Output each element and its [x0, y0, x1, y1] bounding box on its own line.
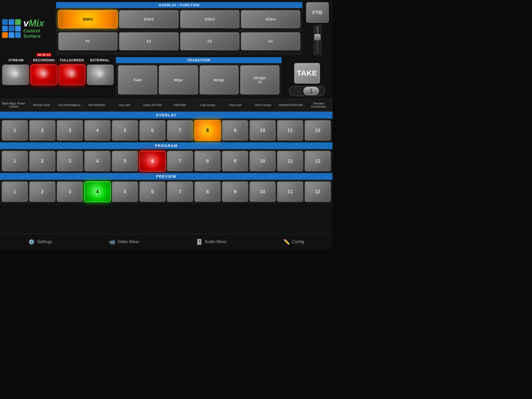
logo-cell-7	[2, 32, 8, 38]
dsk1-button[interactable]: DSK1	[58, 10, 118, 28]
stream-section: STREAM 00:00:14 RECORDING FULLSCREEN EXT…	[2, 57, 114, 97]
program-btn-6[interactable]: 6	[139, 151, 166, 171]
preview-btn-4[interactable]: 4	[84, 181, 111, 202]
external-label: EXTERNAL	[86, 57, 114, 63]
dsk4-button[interactable]: DSK4	[241, 10, 300, 28]
preview-btn-8[interactable]: 8	[194, 181, 221, 202]
take-button[interactable]: TAKE	[294, 63, 320, 84]
recording-button[interactable]	[30, 64, 57, 85]
input-label-10[interactable]: Drum Camera	[249, 99, 277, 111]
stream-button[interactable]	[2, 64, 29, 85]
external-button[interactable]	[87, 64, 114, 85]
fader-handle	[314, 34, 321, 40]
transition-header: TRANSITION	[116, 57, 282, 63]
settings-nav[interactable]: ⚙️ Settings	[23, 237, 57, 247]
preview-btn-6[interactable]: 6	[139, 181, 166, 202]
preview-btn-5[interactable]: 5	[112, 181, 138, 202]
logo-control: Control	[23, 29, 44, 34]
fade-button[interactable]: Fade	[118, 65, 157, 95]
stream-buttons	[2, 63, 114, 97]
merge-button[interactable]: Merge	[200, 65, 239, 95]
overlay-btn-9[interactable]: 9	[222, 120, 248, 141]
logo-cell-3	[15, 19, 21, 25]
ftb-button[interactable]: FTB	[306, 2, 329, 23]
program-btn-5[interactable]: 5	[112, 151, 138, 171]
program-btn-4[interactable]: 4	[84, 151, 111, 171]
logo-cell-8	[9, 32, 14, 38]
audio-mixer-nav[interactable]: 🎚️ Audio Mixer	[191, 237, 232, 247]
input-label-3[interactable]: Live Presentation.p	[55, 99, 83, 111]
input-label-1[interactable]: Black Magic Pocket Camera	[0, 99, 28, 111]
overlay-btn-8[interactable]: 8	[194, 120, 221, 141]
preview-btn-1[interactable]: 1	[2, 181, 28, 202]
preview-btn-12[interactable]: 12	[304, 181, 331, 202]
program-btn-8[interactable]: 8	[194, 151, 221, 171]
overlay-btn-12[interactable]: 12	[304, 120, 331, 141]
input-label-12[interactable]: Transition Commercial.i	[305, 99, 332, 111]
dsk3-button[interactable]: DSK3	[180, 10, 240, 28]
wipe-button[interactable]: Wipe	[159, 65, 198, 95]
input-label-9[interactable]: Outro.mp4	[222, 99, 249, 111]
program-btn-11[interactable]: 11	[277, 151, 303, 171]
master-fader[interactable]	[314, 25, 321, 55]
input-label-11[interactable]: Interview B-Roll.mp4	[277, 99, 305, 111]
video-mixer-nav[interactable]: 📹 Video Mixer	[104, 237, 144, 247]
preview-btn-10[interactable]: 10	[249, 181, 276, 202]
config-nav[interactable]: ✏️ Config	[278, 237, 309, 247]
video-mixer-label: Video Mixer	[117, 240, 139, 244]
f4-button[interactable]: F4	[241, 32, 300, 50]
program-btn-1[interactable]: 1	[2, 151, 28, 171]
audio-mixer-label: Audio Mixer	[205, 240, 227, 244]
input-label-7[interactable]: USB Audio	[166, 99, 194, 111]
preview-header: PREVIEW	[0, 173, 332, 180]
stinger1-button[interactable]: Stinger#1	[240, 65, 280, 95]
f3-button[interactable]: F3	[180, 32, 240, 50]
preview-btn-7[interactable]: 7	[167, 181, 193, 202]
overlay-btn-5[interactable]: 5	[112, 120, 138, 141]
program-btn-10[interactable]: 10	[249, 151, 276, 171]
input-label-2[interactable]: Remote Guest	[28, 99, 56, 111]
program-btn-3[interactable]: 3	[57, 151, 83, 171]
logo-text: vMix Control Surface	[23, 18, 44, 39]
f2-button[interactable]: F2	[119, 32, 178, 50]
input-label-5[interactable]: Intro.mp4	[111, 99, 139, 111]
video-mixer-icon: 📹	[109, 239, 115, 245]
program-btn-9[interactable]: 9	[222, 151, 248, 171]
overlay-btn-6[interactable]: 6	[139, 120, 166, 141]
overlay-buttons: 1 2 3 4 5 6 7 8 9 10 11 12	[0, 118, 332, 142]
preview-btn-3[interactable]: 3	[57, 181, 83, 202]
dsk2-button[interactable]: DSK2	[119, 10, 178, 28]
logo-area: vMix Control Surface	[2, 2, 54, 55]
overlay-function-panel: OVERLAY / FUNCTION DSK1 DSK2 DSK3 DSK4 F…	[56, 2, 302, 55]
preview-btn-9[interactable]: 9	[222, 181, 248, 202]
fullscreen-label: FULLSCREEN	[58, 57, 86, 63]
f1-button[interactable]: F1	[58, 32, 118, 50]
stream-controls-header: STREAM 00:00:14 RECORDING FULLSCREEN EXT…	[2, 57, 114, 63]
input-labels-row: Black Magic Pocket Camera Remote Guest L…	[0, 99, 332, 112]
logo-cell-1	[2, 19, 8, 25]
transition-section: TRANSITION Fade Wipe Merge Stinger#1	[116, 57, 282, 97]
logo-vmix: vMix	[23, 18, 44, 29]
program-section: PROGRAM 1 2 3 4 5 6 7 8 9 10 11 12	[0, 142, 332, 173]
preview-btn-2[interactable]: 2	[29, 181, 56, 202]
overlay-btn-1[interactable]: 1	[2, 120, 28, 141]
input-label-8[interactable]: Logo Overlay	[194, 99, 222, 111]
input-label-6[interactable]: Dante L/R Feed	[138, 99, 166, 111]
overlay-btn-4[interactable]: 4	[84, 120, 111, 141]
program-buttons: 1 2 3 4 5 6 7 8 9 10 11 12	[0, 149, 332, 173]
program-btn-2[interactable]: 2	[29, 151, 56, 171]
overlay-btn-10[interactable]: 10	[249, 120, 276, 141]
overlay-btn-2[interactable]: 2	[29, 120, 56, 141]
ftb-section: FTB	[304, 2, 330, 55]
preview-btn-11[interactable]: 11	[277, 181, 303, 202]
overlay-btn-7[interactable]: 7	[167, 120, 193, 141]
program-btn-7[interactable]: 7	[167, 151, 193, 171]
program-btn-12[interactable]: 12	[304, 151, 331, 171]
tbar-stripe	[311, 88, 312, 94]
fullscreen-button[interactable]	[59, 64, 86, 85]
tbar[interactable]	[289, 86, 325, 96]
overlay-btn-11[interactable]: 11	[277, 120, 303, 141]
input-label-4[interactable]: Host Multiview	[83, 99, 111, 111]
bus-rows: OVERLAY 1 2 3 4 5 6 7 8 9 10 11 12 PROGR…	[0, 112, 332, 234]
overlay-btn-3[interactable]: 3	[57, 120, 83, 141]
